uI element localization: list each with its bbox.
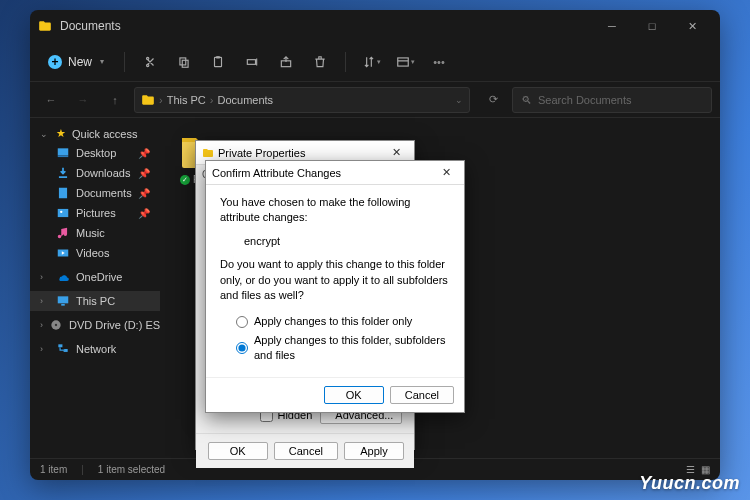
svg-rect-10	[58, 155, 69, 157]
folder-icon	[38, 19, 52, 33]
svg-rect-0	[180, 57, 186, 64]
svg-rect-1	[182, 60, 188, 67]
sort-icon[interactable]: ▾	[356, 47, 386, 77]
toolbar: + New ▾ ▾ ▾ •••	[30, 42, 720, 82]
svg-rect-19	[58, 344, 62, 347]
svg-rect-12	[58, 209, 69, 217]
chevron-down-icon: ▾	[100, 57, 104, 66]
plus-icon: +	[48, 55, 62, 69]
apply-button[interactable]: Apply	[344, 442, 404, 460]
copy-icon[interactable]	[169, 47, 199, 77]
chevron-right-icon: ›	[210, 94, 214, 106]
rename-icon[interactable]	[237, 47, 267, 77]
search-input[interactable]: 🔍︎ Search Documents	[512, 87, 712, 113]
sidebar-item-pictures[interactable]: Pictures📌	[30, 203, 160, 223]
sync-badge: ✓	[180, 175, 190, 185]
sidebar-item-onedrive[interactable]: ›OneDrive	[30, 267, 160, 287]
sidebar-item-this-pc[interactable]: ›This PC	[30, 291, 160, 311]
folder-icon	[141, 93, 155, 107]
back-button[interactable]: ←	[38, 87, 64, 113]
address-bar[interactable]: › This PC › Documents ⌄	[134, 87, 470, 113]
status-count: 1 item	[40, 464, 67, 475]
svg-point-18	[55, 324, 57, 326]
search-icon: 🔍︎	[521, 94, 532, 106]
sidebar-item-dvd[interactable]: ›DVD Drive (D:) ESD-I	[30, 315, 160, 335]
delete-icon[interactable]	[305, 47, 335, 77]
new-button[interactable]: + New ▾	[38, 51, 114, 73]
paste-icon[interactable]	[203, 47, 233, 77]
svg-rect-16	[61, 304, 65, 306]
svg-rect-2	[215, 57, 222, 66]
dialog-title-bar[interactable]: Confirm Attribute Changes ✕	[206, 161, 464, 185]
new-button-label: New	[68, 55, 92, 69]
close-button[interactable]: ✕	[672, 10, 712, 42]
svg-rect-11	[59, 188, 67, 199]
dialog-change: encrypt	[244, 234, 450, 249]
sidebar-item-desktop[interactable]: Desktop📌	[30, 143, 160, 163]
minimize-button[interactable]: ─	[592, 10, 632, 42]
sidebar-item-documents[interactable]: Documents📌	[30, 183, 160, 203]
up-button[interactable]: ↑	[102, 87, 128, 113]
watermark: Yuucn.com	[639, 473, 740, 494]
sidebar: ⌄★Quick access Desktop📌 Downloads📌 Docum…	[30, 118, 160, 458]
maximize-button[interactable]: □	[632, 10, 672, 42]
folder-icon	[202, 147, 214, 159]
cancel-button[interactable]: Cancel	[274, 442, 338, 460]
option-folder-only[interactable]: Apply changes to this folder only	[236, 314, 450, 329]
cut-icon[interactable]	[135, 47, 165, 77]
separator	[124, 52, 125, 72]
chevron-down-icon[interactable]: ⌄	[455, 95, 463, 105]
breadcrumb-seg[interactable]: This PC	[167, 94, 206, 106]
dialog-text: Do you want to apply this change to this…	[220, 257, 450, 303]
view-icon[interactable]: ▾	[390, 47, 420, 77]
ok-button[interactable]: OK	[208, 442, 268, 460]
sidebar-item-videos[interactable]: Videos	[30, 243, 160, 263]
separator	[345, 52, 346, 72]
search-placeholder: Search Documents	[538, 94, 632, 106]
svg-rect-4	[247, 59, 255, 64]
window-title: Documents	[60, 19, 592, 33]
more-icon[interactable]: •••	[424, 47, 454, 77]
breadcrumb-seg[interactable]: Documents	[217, 94, 273, 106]
sidebar-item-music[interactable]: Music	[30, 223, 160, 243]
svg-rect-7	[397, 57, 408, 65]
cancel-button[interactable]: Cancel	[390, 386, 454, 404]
address-row: ← → ↑ › This PC › Documents ⌄ ⟳ 🔍︎ Searc…	[30, 82, 720, 118]
refresh-button[interactable]: ⟳	[480, 87, 506, 113]
dialog-title: Private Properties	[218, 147, 384, 159]
close-icon[interactable]: ✕	[384, 146, 408, 159]
dialog-text: You have chosen to make the following at…	[220, 195, 450, 226]
svg-point-13	[60, 211, 62, 213]
svg-rect-15	[58, 296, 69, 303]
close-icon[interactable]: ✕	[434, 166, 458, 179]
svg-rect-3	[216, 56, 220, 58]
status-selected: 1 item selected	[98, 464, 165, 475]
share-icon[interactable]	[271, 47, 301, 77]
svg-rect-9	[58, 148, 69, 155]
chevron-right-icon: ›	[159, 94, 163, 106]
dialog-title: Confirm Attribute Changes	[212, 167, 434, 179]
sidebar-item-quick-access[interactable]: ⌄★Quick access	[30, 124, 160, 143]
option-subfolders[interactable]: Apply changes to this folder, subfolders…	[236, 333, 450, 364]
confirm-dialog: Confirm Attribute Changes ✕ You have cho…	[205, 160, 465, 413]
sidebar-item-downloads[interactable]: Downloads📌	[30, 163, 160, 183]
sidebar-item-network[interactable]: ›Network	[30, 339, 160, 359]
title-bar: Documents ─ □ ✕	[30, 10, 720, 42]
forward-button[interactable]: →	[70, 87, 96, 113]
ok-button[interactable]: OK	[324, 386, 384, 404]
